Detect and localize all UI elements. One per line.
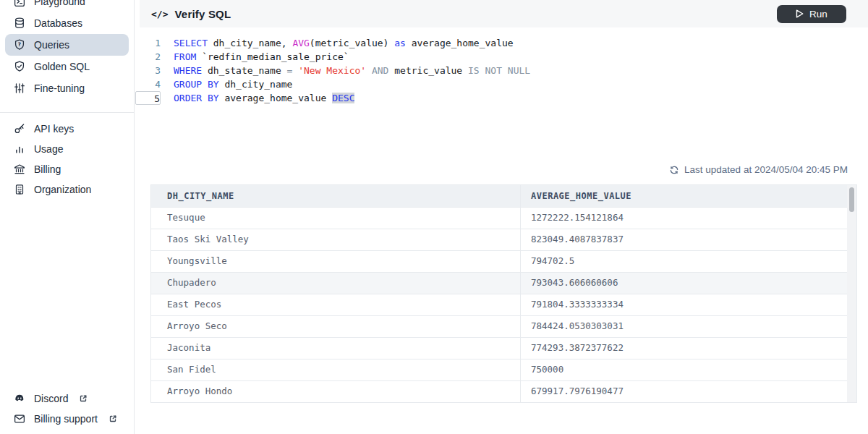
- table-row[interactable]: Taos Ski Valley823049.4087837837: [151, 229, 847, 251]
- code-token: `redfin_median_sale_price`: [196, 51, 349, 62]
- sidebar-item-label: Billing support: [34, 413, 98, 425]
- code-token: dh_state_name: [202, 65, 286, 76]
- sidebar-item-label: Discord: [34, 393, 68, 404]
- code-token: =: [287, 65, 299, 76]
- cell: Arroyo Hondo: [151, 381, 520, 402]
- external-link-icon: [79, 394, 88, 403]
- golden-sql-icon: [13, 60, 26, 73]
- code-line[interactable]: 1SELECT dh_city_name, AVG(metric_value) …: [135, 36, 868, 50]
- sidebar-item-label: Databases: [34, 17, 82, 29]
- code-token: AND: [366, 65, 388, 76]
- code-token: FROM: [174, 51, 196, 62]
- code-text: FROM `redfin_median_sale_price`: [161, 50, 349, 64]
- sidebar-main-nav: Playground Databases ? Queries Golden SQ…: [0, 0, 134, 99]
- main-panel: </> Verify SQL Run 1SELECT dh_city_name,…: [135, 0, 868, 434]
- play-icon: [796, 9, 804, 18]
- cell: 791804.3333333334: [520, 294, 847, 315]
- cell: Arroyo Seco: [151, 316, 520, 337]
- sidebar-item-label: API keys: [34, 123, 74, 135]
- last-updated-text: Last updated at 2024/05/04 20:45 PM: [684, 164, 848, 175]
- cell: Youngsville: [151, 251, 520, 272]
- code-line[interactable]: 2FROM `redfin_median_sale_price`: [135, 50, 868, 64]
- run-button[interactable]: Run: [777, 5, 846, 23]
- cell: 679917.7976190477: [520, 381, 847, 402]
- column-header: DH_CITY_NAME: [151, 185, 520, 207]
- refresh-icon[interactable]: [669, 165, 679, 175]
- line-number: 3: [135, 64, 161, 77]
- cell: 793043.606060606: [520, 273, 847, 294]
- code-line[interactable]: 5ORDER BY average_home_value DESC: [135, 91, 868, 105]
- sidebar-item-organization[interactable]: Organization: [0, 179, 134, 200]
- sidebar-item-discord[interactable]: Discord: [0, 388, 134, 409]
- cell: Taos Ski Valley: [151, 229, 520, 250]
- table-row[interactable]: Arroyo Seco784424.0530303031: [151, 316, 847, 338]
- table-row[interactable]: Tesuque1272222.154121864: [151, 208, 847, 229]
- sidebar-item-label: Usage: [34, 143, 63, 155]
- svg-text:?: ?: [18, 41, 21, 48]
- cell: 794702.5: [520, 251, 847, 272]
- sidebar-item-fine-tuning[interactable]: Fine-tuning: [0, 77, 134, 99]
- column-header: AVERAGE_HOME_VALUE: [520, 185, 847, 207]
- table-row[interactable]: Chupadero793043.606060606: [151, 273, 847, 294]
- usage-chart-icon: [13, 142, 26, 156]
- sidebar-item-queries[interactable]: ? Queries: [5, 34, 129, 56]
- sql-code-editor[interactable]: 1SELECT dh_city_name, AVG(metric_value) …: [135, 27, 868, 105]
- key-icon: [13, 122, 26, 135]
- sidebar-item-databases[interactable]: Databases: [0, 12, 134, 34]
- cell: 823049.4087837837: [520, 229, 847, 250]
- cell: 750000: [520, 359, 847, 380]
- sidebar-item-playground[interactable]: Playground: [0, 0, 134, 12]
- line-number: 1: [135, 36, 161, 50]
- cell: 1272222.154121864: [520, 208, 847, 229]
- table-row[interactable]: Youngsville794702.5: [151, 251, 847, 273]
- code-lines: 1SELECT dh_city_name, AVG(metric_value) …: [135, 36, 868, 105]
- code-token: GROUP BY: [174, 79, 219, 90]
- code-token: ORDER BY: [174, 93, 219, 103]
- code-text: SELECT dh_city_name, AVG(metric_value) a…: [161, 36, 514, 50]
- code-token: average_home_value: [406, 38, 514, 48]
- table-scrollbar[interactable]: [847, 184, 857, 403]
- discord-icon: [13, 392, 26, 405]
- code-icon: </>: [151, 9, 168, 20]
- table-row[interactable]: Jaconita774293.3872377622: [151, 338, 847, 359]
- code-line[interactable]: 4GROUP BY dh_city_name: [135, 77, 868, 91]
- code-token: WHERE: [174, 65, 202, 76]
- code-line[interactable]: 3WHERE dh_state_name = 'New Mexico' AND …: [135, 64, 868, 77]
- databases-icon: [13, 17, 26, 30]
- sidebar-item-label: Billing: [34, 163, 61, 175]
- cell: Jaconita: [151, 338, 520, 359]
- run-button-label: Run: [809, 9, 827, 20]
- results-table-body: DH_CITY_NAMEAVERAGE_HOME_VALUETesuque127…: [151, 185, 847, 403]
- sidebar-item-usage[interactable]: Usage: [0, 139, 134, 159]
- code-text: WHERE dh_state_name = 'New Mexico' AND m…: [161, 64, 530, 77]
- table-row[interactable]: Arroyo Hondo679917.7976190477: [151, 381, 847, 403]
- sidebar-item-label: Queries: [34, 39, 69, 51]
- sidebar-item-golden-sql[interactable]: Golden SQL: [0, 56, 134, 77]
- sidebar-account-nav: API keys Usage Billing Organization: [0, 119, 134, 200]
- table-row[interactable]: East Pecos791804.3333333334: [151, 294, 847, 316]
- code-token: IS NOT NULL: [468, 65, 530, 76]
- scrollbar-thumb[interactable]: [849, 187, 854, 212]
- page-title: Verify SQL: [174, 8, 231, 20]
- sidebar-item-billing[interactable]: Billing: [0, 159, 134, 179]
- line-number: 5: [135, 91, 161, 105]
- last-updated: Last updated at 2024/05/04 20:45 PM: [669, 164, 848, 175]
- fine-tuning-icon: [13, 82, 26, 95]
- code-token: (metric_value): [310, 38, 394, 48]
- code-token: AVG: [292, 38, 309, 48]
- sidebar-item-api-keys[interactable]: API keys: [0, 119, 134, 139]
- queries-icon: ?: [13, 38, 26, 51]
- table-header-row: DH_CITY_NAMEAVERAGE_HOME_VALUE: [151, 185, 847, 208]
- sidebar-item-label: Organization: [34, 184, 91, 195]
- sidebar-footer: Discord Billing support: [0, 388, 134, 429]
- cell: 784424.0530303031: [520, 316, 847, 337]
- cell: San Fidel: [151, 359, 520, 380]
- sidebar-item-billing-support[interactable]: Billing support: [0, 409, 134, 429]
- playground-icon: [13, 0, 26, 8]
- external-link-icon: [109, 414, 117, 423]
- table-row[interactable]: San Fidel750000: [151, 359, 847, 381]
- cell: 774293.3872377622: [520, 338, 847, 359]
- code-token: metric_value: [388, 65, 468, 76]
- sidebar-item-label: Golden SQL: [34, 61, 90, 72]
- sidebar-divider: [0, 112, 134, 113]
